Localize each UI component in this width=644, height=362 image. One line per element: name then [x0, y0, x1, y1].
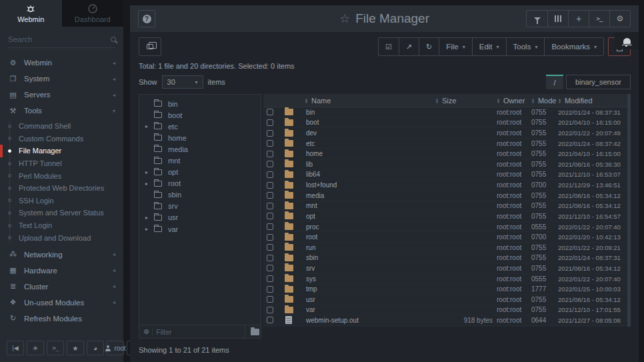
menu-tools[interactable]: Tools▾	[506, 38, 545, 55]
table-scrollbar[interactable]	[627, 94, 631, 327]
tree-item[interactable]: ▸ home	[139, 132, 261, 143]
row-checkbox[interactable]	[267, 296, 273, 303]
table-row[interactable]: srv root:root 0755 2021/08/16 - 05:34:12	[263, 263, 627, 274]
sidebar-submenu-item[interactable]: System and Server Status	[0, 207, 123, 219]
file-name[interactable]: usr	[305, 296, 435, 303]
menu-edit[interactable]: Edit▾	[472, 38, 506, 55]
sidebar-menu-item[interactable]: ↻ Refresh Modules	[0, 311, 123, 327]
column-mode[interactable]: ▲▼Mode	[531, 97, 558, 105]
help-button[interactable]: ?	[138, 10, 155, 27]
file-name[interactable]: etc	[305, 140, 435, 147]
table-row[interactable]: var root:root 0755 2021/12/10 - 17:01:55	[263, 305, 627, 316]
user-button[interactable]: root	[107, 341, 124, 355]
table-row[interactable]: sbin root:root 0755 2022/01/24 - 08:37:3…	[263, 253, 627, 264]
row-checkbox[interactable]	[267, 182, 273, 189]
tree-item[interactable]: ▸ opt	[139, 167, 261, 178]
sidebar-menu-item[interactable]: ▤ Servers ◂	[0, 87, 123, 103]
file-name[interactable]: sys	[305, 275, 435, 283]
tree-item[interactable]: ▸ bin	[139, 98, 261, 109]
row-checkbox[interactable]	[267, 307, 273, 313]
sidebar-submenu-item[interactable]: Perl Modules	[0, 169, 123, 182]
table-row[interactable]: sys root:root 0555 2022/01/22 - 20:07:40	[263, 274, 627, 285]
breadcrumb-path[interactable]: binary_sensor	[566, 75, 631, 89]
terminal-button[interactable]: >_	[589, 11, 609, 27]
search-input[interactable]	[8, 35, 111, 43]
row-checkbox[interactable]	[267, 286, 273, 293]
row-checkbox[interactable]	[267, 275, 273, 282]
menu-bookmarks[interactable]: Bookmarks▾	[544, 38, 603, 55]
row-checkbox[interactable]	[267, 317, 273, 323]
table-row[interactable]: root root:root 0700 2022/01/20 - 10:42:1…	[263, 232, 627, 243]
notifications-button[interactable]	[615, 32, 639, 49]
table-row[interactable]: tmp root:root 1777 2022/01/25 - 10:00:03	[263, 284, 627, 295]
sidebar-submenu-item[interactable]: File Manager	[0, 145, 123, 157]
row-checkbox[interactable]	[267, 244, 273, 251]
column-name[interactable]: ▲▼Name	[305, 97, 435, 105]
table-row[interactable]: boot root:root 0755 2021/04/10 - 16:15:0…	[263, 118, 627, 129]
file-name[interactable]: bin	[305, 109, 435, 116]
file-name[interactable]: srv	[305, 265, 435, 272]
table-row[interactable]: mnt root:root 0755 2021/08/16 - 05:34:12	[263, 201, 627, 211]
tree-item[interactable]: ▸ sbin	[139, 189, 261, 201]
file-name[interactable]: sbin	[305, 254, 435, 261]
file-name[interactable]: lib64	[305, 171, 435, 178]
row-checkbox[interactable]	[267, 234, 273, 241]
new-window-button[interactable]	[139, 37, 161, 56]
shell-button[interactable]: >_	[47, 341, 64, 355]
sidebar-menu-item[interactable]: ⚒ Tools ▾	[0, 103, 123, 119]
column-modified[interactable]: ▲▼Modified	[558, 97, 625, 105]
row-checkbox[interactable]	[267, 203, 273, 209]
table-row[interactable]: media root:root 0755 2021/08/16 - 05:34:…	[263, 191, 627, 201]
file-name[interactable]: run	[305, 244, 435, 251]
row-checkbox[interactable]	[267, 213, 273, 219]
row-checkbox[interactable]	[267, 119, 273, 126]
row-checkbox[interactable]	[267, 130, 273, 137]
table-row[interactable]: lib64 root:root 0755 2021/12/10 - 16:53:…	[263, 170, 627, 181]
sidebar-menu-item[interactable]: ⁂ Networking ◂	[0, 247, 123, 263]
breadcrumb-root-button[interactable]: /	[546, 75, 563, 89]
row-checkbox[interactable]	[267, 265, 273, 271]
add-button[interactable]: +	[568, 11, 589, 27]
page-size-select[interactable]: 30 ▾	[162, 75, 203, 89]
row-checkbox[interactable]	[267, 171, 273, 178]
tree-item[interactable]: ▸ media	[139, 143, 261, 155]
expand-caret-icon[interactable]: ▸	[145, 169, 153, 175]
sidebar-submenu-item[interactable]: Command Shell	[0, 120, 123, 133]
table-row[interactable]: etc root:root 0755 2022/01/24 - 08:37:42	[263, 139, 627, 149]
row-checkbox[interactable]	[267, 151, 273, 157]
sidebar-menu-item[interactable]: ⚙ Webmin ◂	[0, 55, 123, 71]
table-row[interactable]: home root:root 0755 2021/04/10 - 16:15:0…	[263, 149, 627, 159]
clear-filter-icon[interactable]: ⊗	[139, 327, 152, 336]
file-name[interactable]: lost+found	[305, 181, 435, 189]
open-in-button[interactable]: ↗	[399, 38, 419, 55]
tree-item[interactable]: ▸ boot	[139, 109, 261, 121]
sidebar-submenu-item[interactable]: Upload and Download	[0, 231, 123, 244]
row-checkbox[interactable]	[267, 223, 273, 230]
filter-button[interactable]	[527, 11, 547, 27]
language-button[interactable]: ◕	[87, 341, 104, 355]
file-name[interactable]: tmp	[305, 285, 435, 293]
table-row[interactable]: dev root:root 0755 2022/01/22 - 20:07:49	[263, 128, 627, 139]
file-name[interactable]: root	[305, 233, 435, 241]
tree-item[interactable]: ▸ usr	[139, 212, 261, 223]
table-row[interactable]: bin root:root 0755 2022/01/24 - 08:37:31	[263, 107, 627, 118]
tree-item[interactable]: ▸ root	[139, 178, 261, 189]
row-checkbox[interactable]	[267, 192, 273, 199]
table-row[interactable]: webmin-setup.out 918 bytes root:root 064…	[263, 315, 627, 326]
table-row[interactable]: lib root:root 0755 2021/08/16 - 05:36:30	[263, 159, 627, 170]
file-name[interactable]: webmin-setup.out	[305, 317, 435, 324]
file-name[interactable]: proc	[305, 223, 435, 231]
expand-caret-icon[interactable]: ▸	[145, 181, 153, 187]
row-checkbox[interactable]	[267, 255, 273, 261]
column-size[interactable]: ▲▼Size	[435, 97, 497, 105]
menu-file[interactable]: File▾	[439, 38, 472, 55]
column-owner[interactable]: ▲▼Owner	[497, 97, 531, 105]
sidebar-menu-item[interactable]: ❖ Un-used Modules ◂	[0, 295, 123, 311]
sidebar-submenu-item[interactable]: Custom Commands	[0, 133, 123, 145]
table-row[interactable]: opt root:root 0755 2021/12/10 - 16:54:57	[263, 211, 627, 222]
tree-item[interactable]: ▸ srv	[139, 201, 261, 212]
sidebar-submenu-item[interactable]: Protected Web Directories	[0, 182, 123, 195]
tree-item[interactable]: ▸ var	[139, 223, 261, 235]
file-name[interactable]: boot	[305, 119, 435, 126]
sidebar-submenu-item[interactable]: SSH Login	[0, 195, 123, 207]
